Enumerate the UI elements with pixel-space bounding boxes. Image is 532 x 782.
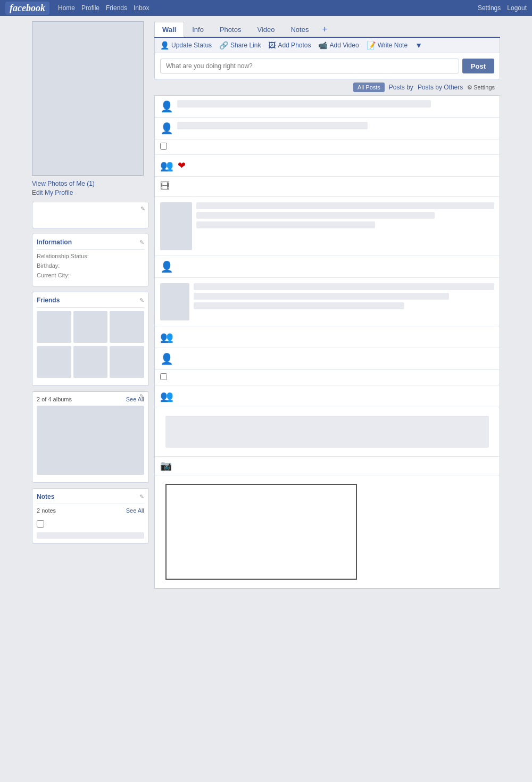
content-block-1 [155,197,500,256]
post-item-group: 👥 [155,326,500,348]
add-video-btn[interactable]: 📹 Add Video [318,41,359,50]
nav-friends[interactable]: Friends [106,4,127,12]
status-box: Post [154,53,500,79]
post-item-2: 👤 [155,118,500,139]
large-line-1a [194,283,494,290]
post-item-4: 👤 [155,348,500,370]
friends-edit-icon[interactable]: ✎ [139,297,144,304]
birthday-row: Birthday: [37,262,144,269]
post-button[interactable]: Post [462,59,494,73]
tab-notes[interactable]: Notes [282,22,317,37]
content-line-1b [196,212,435,219]
post-checkbox-2[interactable] [160,373,167,380]
notes-checkbox[interactable] [37,520,44,528]
note-icon: 📝 [367,41,376,50]
update-status-btn[interactable]: 👤 Update Status [160,41,212,50]
post-text-2 [177,122,368,129]
posts-by-others-filter[interactable]: Posts by Others [418,84,463,91]
nav-settings[interactable]: Settings [478,4,501,12]
post-checkbox-row-2 [155,370,500,385]
video-icon: 📹 [318,41,327,50]
action-dropdown-icon[interactable]: ▼ [415,41,422,50]
bio-edit-icon[interactable]: ✎ [140,205,145,212]
link-icon: 🔗 [219,41,228,50]
tabs-bar: Wall Info Photos Video Notes + [154,21,500,38]
posts-by-filter[interactable]: Posts by [389,84,413,91]
tab-photos[interactable]: Photos [212,22,249,37]
nav-right-links: Settings Logout [478,4,527,12]
post-item-1: 👤 [155,96,500,118]
profile-links: View Photos of Me (1) Edit My Profile [32,180,149,196]
friend-thumb-6[interactable] [110,346,144,378]
nav-home[interactable]: Home [58,4,75,12]
albums-count: 2 of 4 albums [37,396,72,402]
video-embed-container [155,475,500,588]
large-thumb-1 [160,283,189,320]
friend-thumb-2[interactable] [73,311,108,343]
large-line-1c [194,302,404,309]
large-text-1 [194,283,494,320]
status-input[interactable] [160,59,459,73]
post-content-2 [177,122,494,131]
share-link-btn[interactable]: 🔗 Share Link [219,41,261,50]
friend-thumb-5[interactable] [73,346,108,378]
tab-video[interactable]: Video [249,22,282,37]
notes-see-all[interactable]: See All [126,507,144,514]
post-text-block-1 [155,407,500,457]
notes-section: Notes ✎ 2 notes See All [32,488,149,544]
information-section: Information ✎ Relationship Status: Birth… [32,234,149,286]
relationship-status-row: Relationship Status: [37,253,144,259]
tab-add-icon[interactable]: + [317,22,332,36]
post-item-3: 👤 [155,256,500,278]
post-avatar-1: 👤 [160,100,173,113]
current-city-row: Current City: [37,272,144,278]
video-icon-row: 📷 [155,457,500,475]
large-line-1b [194,293,449,300]
write-note-btn[interactable]: 📝 Write Note [367,41,408,50]
video-embed-icon: 📷 [160,460,172,471]
content-block-2 [155,278,500,326]
post-checkbox-row [155,139,500,155]
edit-profile-link[interactable]: Edit My Profile [32,189,149,196]
post-item-film: 🎞 [155,177,500,197]
facebook-logo: facebook [5,2,49,15]
post-item-heart: 👥 ❤ [155,155,500,177]
albums-see-all[interactable]: See All [126,396,144,402]
left-sidebar: View Photos of Me (1) Edit My Profile ✎ … [32,21,149,589]
friends-grid-row2 [37,346,144,378]
nav-logout[interactable]: Logout [507,4,527,12]
view-photos-link[interactable]: View Photos of Me (1) [32,180,149,187]
film-icon: 🎞 [160,181,170,192]
friends-avatar-icon: 👥 [160,159,173,172]
profile-photo [32,21,144,176]
friend-thumb-1[interactable] [37,311,71,343]
notes-title: Notes [37,493,54,500]
friend-thumb-4[interactable] [37,346,71,378]
post-content-1 [177,100,494,110]
tab-wall[interactable]: Wall [154,22,184,37]
user-avatar-icon-3: 👤 [160,261,173,273]
friend-thumb-3[interactable] [110,311,144,343]
notes-edit-icon[interactable]: ✎ [139,493,144,500]
information-title: Information [37,238,72,246]
add-photos-btn[interactable]: 🖼 Add Photos [268,41,311,50]
group-avatar-icon: 👥 [160,331,173,343]
all-posts-filter[interactable]: All Posts [353,83,385,92]
post-checkbox-1[interactable] [160,143,167,150]
information-edit-icon[interactable]: ✎ [139,239,144,246]
nav-profile[interactable]: Profile [81,4,99,12]
friends-title: Friends [37,297,60,304]
post-avatar-3: 👤 [160,260,173,273]
content-text-1 [196,202,494,250]
content-thumb-1 [160,202,192,250]
nav-links: Home Profile Friends Inbox [58,4,149,12]
filter-settings[interactable]: ⚙ Settings [467,84,495,91]
notes-count: 2 notes [37,507,56,514]
user-avatar-icon-2: 👤 [160,122,173,134]
wall-content: 👤 👤 👥 ❤ [154,95,500,589]
content-line-1c [196,221,375,228]
nav-inbox[interactable]: Inbox [134,4,149,12]
album-photo [37,406,144,475]
friends-section: Friends ✎ [32,292,149,386]
tab-info[interactable]: Info [184,22,212,37]
